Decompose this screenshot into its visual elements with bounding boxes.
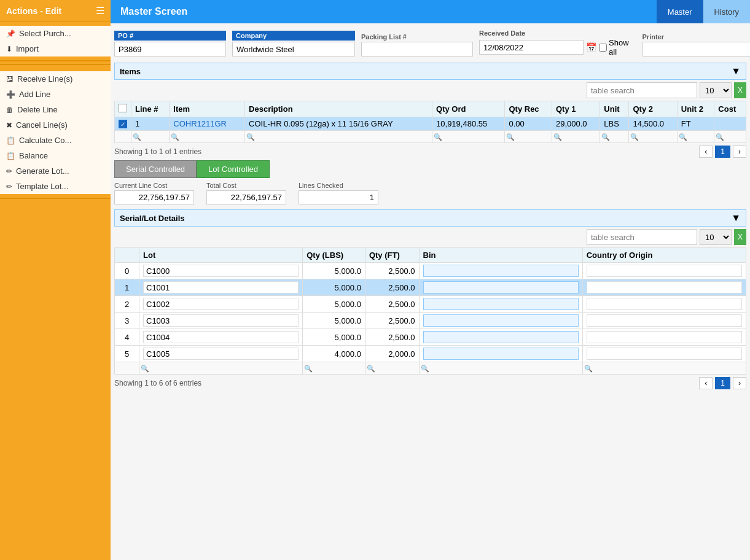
lot-row-qty-lbs: 5,000.0	[303, 263, 365, 279]
lot-controlled-button[interactable]: Lot Controlled	[197, 160, 270, 178]
lot-table-body: 0 5,000.0 2,500.0 1 5,000.0 2,500.0 2 5,…	[115, 263, 746, 362]
bin-input[interactable]	[423, 314, 579, 327]
printer-input[interactable]	[643, 42, 750, 56]
lot-table: Lot Qty (LBS) Qty (FT) Bin Country of Or…	[114, 247, 746, 375]
items-next-page[interactable]: ›	[733, 146, 746, 158]
sidebar-item-calculate-co[interactable]: 📋 Calculate Co...	[0, 133, 111, 148]
sidebar-item-delete-line[interactable]: 🗑 Delete Line	[0, 102, 111, 117]
bin-input[interactable]	[423, 348, 579, 360]
sidebar-header: Actions - Edit ☰	[0, 0, 111, 22]
lot-field[interactable]	[143, 314, 299, 327]
lot-next-page[interactable]: ›	[733, 377, 746, 389]
sidebar-item-balance[interactable]: 📋 Balance	[0, 148, 111, 163]
sidebar-group-2: 🖫 Receive Line(s) ➕ Add Line 🗑 Delete Li…	[0, 68, 111, 199]
sidebar-item-receive-lines[interactable]: 🖫 Receive Line(s)	[0, 71, 111, 87]
table-row[interactable]: 1 5,000.0 2,500.0	[115, 279, 746, 296]
lot-row-bin	[419, 346, 582, 362]
lot-row-qty-ft: 2,500.0	[365, 296, 419, 313]
lot-row-num: 4	[115, 329, 139, 346]
tab-master[interactable]: Master	[657, 0, 703, 23]
lot-col-country: Country of Origin	[582, 248, 746, 263]
table-row[interactable]: 4 5,000.0 2,500.0	[115, 329, 746, 346]
po-number-label: PO #	[114, 31, 226, 41]
lot-field[interactable]	[143, 265, 299, 277]
sidebar-item-add-line[interactable]: ➕ Add Line	[0, 87, 111, 102]
country-input[interactable]	[587, 281, 742, 294]
items-col-unit2: Unit 2	[677, 101, 714, 117]
tab-history[interactable]: History	[703, 0, 750, 23]
country-input[interactable]	[587, 265, 742, 277]
items-search-input[interactable]	[587, 82, 697, 98]
lot-row-country	[582, 346, 746, 362]
items-export-button[interactable]: X	[734, 82, 746, 98]
header-checkbox[interactable]	[119, 104, 127, 112]
lot-field[interactable]	[143, 348, 299, 360]
serial-controlled-button[interactable]: Serial Controlled	[114, 160, 197, 178]
lot-row-bin	[419, 263, 582, 279]
serial-lot-section-header: Serial/Lot Details ▼	[114, 209, 746, 227]
lot-filter-qty-lbs: 🔍	[303, 362, 365, 375]
sidebar-item-template-lot[interactable]: ✏ Template Lot...	[0, 179, 111, 194]
lot-field[interactable]	[143, 281, 299, 294]
items-title: Items	[120, 67, 141, 76]
current-line-cost-field: Current Line Cost 22,756,197.57	[114, 182, 194, 204]
show-all-checkbox[interactable]	[599, 44, 607, 52]
company-input[interactable]	[232, 42, 355, 56]
country-input[interactable]	[587, 298, 742, 310]
table-row[interactable]: 5 4,000.0 2,000.0	[115, 346, 746, 362]
row-checkbox[interactable]: ✓	[119, 120, 127, 128]
items-table-body: ✓ 1 COHR1211GR COIL-HR 0.095 (12ga) x 11…	[115, 117, 746, 143]
items-col-qty-ord: Qty Ord	[432, 101, 505, 117]
filter-cell-unit: 🔍	[600, 131, 629, 143]
sidebar-item-cancel-lines[interactable]: ✖ Cancel Line(s)	[0, 117, 111, 133]
items-per-page-select[interactable]: 10 25 50 100	[700, 82, 732, 98]
lot-search-input[interactable]	[587, 229, 697, 245]
bin-input[interactable]	[423, 265, 579, 277]
lot-field[interactable]	[143, 298, 299, 310]
received-date-input[interactable]	[479, 40, 584, 55]
items-col-qty2: Qty 2	[629, 101, 677, 117]
lot-row-lot	[139, 279, 303, 296]
country-input[interactable]	[587, 331, 742, 343]
current-line-cost-label: Current Line Cost	[114, 182, 194, 189]
company-label: Company	[232, 31, 355, 41]
packing-list-input[interactable]	[361, 42, 473, 56]
sidebar-item-label: Select Purch...	[19, 29, 71, 38]
lot-current-page[interactable]: 1	[715, 377, 730, 389]
lot-filter-bin: 🔍	[419, 362, 582, 375]
sidebar-item-import[interactable]: ⬇ Import	[0, 41, 111, 56]
bin-input[interactable]	[423, 281, 579, 294]
bin-input[interactable]	[423, 298, 579, 310]
item-link[interactable]: COHR1211GR	[173, 119, 227, 128]
table-row[interactable]: 0 5,000.0 2,500.0	[115, 263, 746, 279]
sidebar-item-generate-lot[interactable]: ✏ Generate Lot...	[0, 163, 111, 179]
sidebar-item-label: Receive Line(s)	[17, 74, 72, 84]
lot-field[interactable]	[143, 331, 299, 343]
lot-prev-page[interactable]: ‹	[699, 377, 713, 389]
table-row[interactable]: ✓ 1 COHR1211GR COIL-HR 0.095 (12ga) x 11…	[115, 117, 746, 131]
items-collapse-button[interactable]: ▼	[731, 66, 741, 77]
items-current-page[interactable]: 1	[715, 146, 730, 158]
table-row[interactable]: 3 5,000.0 2,500.0	[115, 313, 746, 329]
sidebar-item-label: Template Lot...	[16, 182, 68, 191]
lot-row-country	[582, 329, 746, 346]
packing-list-label: Packing List #	[361, 33, 473, 41]
bin-input[interactable]	[423, 331, 579, 343]
sidebar-item-select-purch[interactable]: 📌 Select Purch...	[0, 26, 111, 41]
lot-row-qty-lbs: 5,000.0	[303, 279, 365, 296]
row-cost	[714, 117, 746, 131]
calendar-icon[interactable]: 📅	[586, 42, 596, 52]
po-number-input[interactable]	[114, 42, 226, 56]
lot-export-button[interactable]: X	[734, 229, 746, 245]
serial-lot-collapse-button[interactable]: ▼	[731, 212, 741, 224]
lot-per-page-select[interactable]: 10 25 50 100	[700, 229, 732, 245]
row-line-num: 1	[131, 117, 170, 131]
table-row[interactable]: 2 5,000.0 2,500.0	[115, 296, 746, 313]
app-title: Master Screen	[111, 6, 657, 17]
country-input[interactable]	[587, 314, 742, 327]
filter-cell-cost: 🔍	[714, 131, 746, 143]
country-input[interactable]	[587, 348, 742, 360]
hamburger-icon[interactable]: ☰	[96, 5, 104, 17]
lot-row-qty-lbs: 4,000.0	[303, 346, 365, 362]
items-prev-page[interactable]: ‹	[699, 146, 713, 158]
